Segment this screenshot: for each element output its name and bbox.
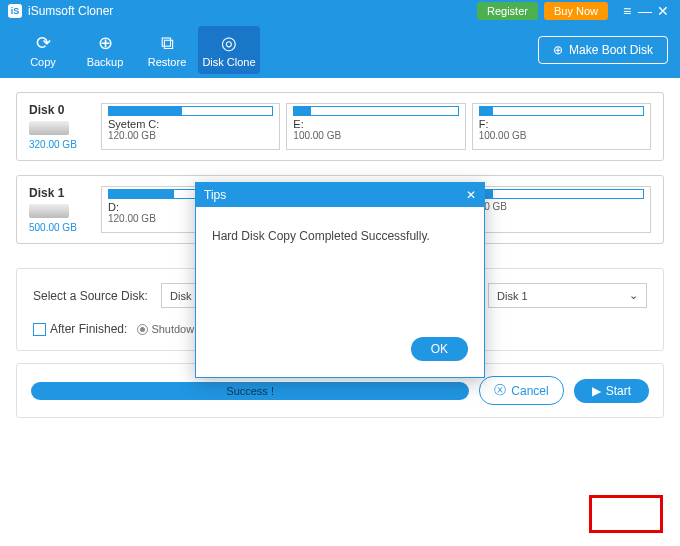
cancel-button[interactable]: ⓧCancel [479,376,563,405]
titlebar: iS iSumsoft Cloner Register Buy Now ≡ — … [0,0,680,22]
play-circle-icon: ▶ [592,384,601,398]
start-button[interactable]: ▶Start [574,379,649,403]
disk-row[interactable]: Disk 0 320.00 GB Syetem C:120.00 GB E:10… [16,92,664,161]
disk-name: Disk 1 [29,186,64,200]
partition[interactable]: Syetem C:120.00 GB [101,103,280,150]
disk-name: Disk 0 [29,103,64,117]
disk-size: 500.00 GB [29,222,77,233]
app-logo-icon: iS [8,4,22,18]
app-title: iSumsoft Cloner [28,4,113,18]
buy-now-button[interactable]: Buy Now [544,2,608,20]
partition[interactable]: E:100.00 GB [286,103,465,150]
make-boot-disk-button[interactable]: ⊕Make Boot Disk [538,36,668,64]
x-circle-icon: ⓧ [494,382,506,399]
register-button[interactable]: Register [477,2,538,20]
dialog-close-icon[interactable]: ✕ [466,188,476,202]
tab-restore-label: Restore [148,56,187,68]
start-label: Start [606,384,631,398]
partition-size: 120.00 GB [108,130,273,141]
partition-size: 100.00 GB [293,130,458,141]
partition-size: 100.00 GB [479,130,644,141]
tab-backup[interactable]: ⊕Backup [74,26,136,74]
tips-dialog: Tips✕ Hard Disk Copy Completed Successfu… [195,182,485,378]
boot-disk-label: Make Boot Disk [569,43,653,57]
target-disk-select[interactable]: Disk 1⌄ [488,283,647,308]
source-disk-label: Select a Source Disk: [33,289,151,303]
radio-shutdown[interactable]: Shutdown [137,323,200,335]
tab-disk-clone[interactable]: ◎Disk Clone [198,26,260,74]
cancel-label: Cancel [511,384,548,398]
partition-label: E: [293,118,458,130]
partition-label: Syetem C: [108,118,273,130]
chevron-down-icon: ⌄ [629,289,638,302]
backup-icon: ⊕ [98,32,113,54]
tab-copy[interactable]: ⟳Copy [12,26,74,74]
dialog-title: Tips [204,188,226,202]
close-icon[interactable]: ✕ [654,3,672,19]
minimize-icon[interactable]: — [636,3,654,19]
highlight-box [589,495,663,533]
tab-copy-label: Copy [30,56,56,68]
partition[interactable]: F:100.00 GB [472,103,651,150]
tab-restore[interactable]: ⧉Restore [136,26,198,74]
restore-icon: ⧉ [161,33,174,54]
tab-disk-clone-label: Disk Clone [202,56,255,68]
toolbar: ⟳Copy ⊕Backup ⧉Restore ◎Disk Clone ⊕Make… [0,22,680,78]
disk-size: 320.00 GB [29,139,77,150]
hdd-icon [29,204,69,218]
progress-bar: Success ! [31,382,469,400]
partition-size: 00 GB [479,201,644,212]
after-finished-checkbox[interactable]: After Finished: [33,322,127,336]
tab-backup-label: Backup [87,56,124,68]
disk-clone-icon: ◎ [221,32,237,54]
hdd-icon [29,121,69,135]
dialog-message: Hard Disk Copy Completed Successfully. [196,207,484,327]
menu-icon[interactable]: ≡ [618,3,636,19]
select-value: Disk 1 [497,290,528,302]
partition[interactable]: 00 GB [472,186,651,233]
progress-text: Success ! [226,385,274,397]
radio-label: Shutdown [151,323,200,335]
partition-label: F: [479,118,644,130]
dialog-ok-button[interactable]: OK [411,337,468,361]
after-finished-label: After Finished: [50,322,127,336]
copy-icon: ⟳ [36,32,51,54]
plus-circle-icon: ⊕ [553,43,563,57]
